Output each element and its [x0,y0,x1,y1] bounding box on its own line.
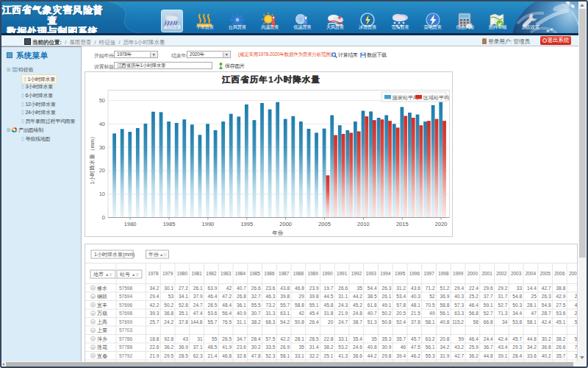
svg-text:35.4: 35.4 [353,336,362,342]
svg-text:+: + [92,311,95,316]
svg-text:30: 30 [575,353,578,358]
svg-text:22.4: 22.4 [469,286,478,291]
svg-text:20.8: 20.8 [440,336,450,342]
svg-text:45.2: 45.2 [353,302,362,308]
svg-text:24.6: 24.6 [353,344,362,350]
svg-text:56.8: 56.8 [469,311,478,316]
svg-text:2006: 2006 [554,271,565,276]
svg-text:30.7: 30.7 [251,311,261,316]
svg-text:57792: 57792 [119,353,132,358]
svg-text:58.1: 58.1 [280,353,290,358]
svg-text:46.3: 46.3 [266,294,276,299]
svg-text:36.8: 36.8 [164,311,173,316]
svg-text:39.8: 39.8 [309,294,319,299]
svg-text:+: + [92,294,95,299]
svg-text:2000: 2000 [467,271,478,276]
svg-text:修水: 修水 [97,286,107,291]
svg-text:20.5: 20.5 [396,311,406,316]
svg-text:31.3: 31.3 [266,311,276,316]
svg-text:34.7: 34.7 [237,336,246,342]
svg-text:37.7: 37.7 [484,294,493,299]
svg-text:40.3: 40.3 [454,294,464,299]
svg-text:59: 59 [459,336,465,342]
svg-text:40.8: 40.8 [368,344,377,350]
svg-text:28.5: 28.5 [179,353,188,358]
svg-text:20: 20 [328,319,334,325]
svg-text:34.2: 34.2 [150,286,159,291]
svg-text:57694: 57694 [119,294,132,299]
svg-text:50: 50 [99,97,105,104]
svg-text:+: + [92,345,95,350]
svg-text:40.7: 40.7 [368,311,377,316]
svg-text:21.9: 21.9 [338,311,348,316]
svg-text:+: + [92,336,95,341]
svg-text:46.8: 46.8 [295,286,304,291]
svg-text:33: 33 [517,286,523,291]
svg-text:57703: 57703 [119,328,132,333]
svg-text:+: + [92,319,95,324]
svg-text:站号: 站号 [120,272,130,277]
svg-text:53.2: 53.2 [338,344,348,350]
svg-text:35: 35 [357,286,363,291]
svg-text:36.9: 36.9 [179,344,188,350]
svg-text:26.1: 26.1 [382,294,392,299]
svg-text:萍乡: 萍乡 [97,336,107,342]
svg-text:1981: 1981 [191,271,202,276]
svg-text:46.4: 46.4 [208,294,218,299]
svg-text:33.1: 33.1 [338,336,348,342]
svg-text:42.2: 42.2 [150,302,159,308]
svg-text:46.4: 46.4 [469,336,478,342]
svg-text:1990: 1990 [202,221,215,227]
svg-text:43.8: 43.8 [280,286,290,291]
svg-text:31.8: 31.8 [324,311,334,316]
svg-text:35.7: 35.7 [396,336,406,342]
svg-text:22.8: 22.8 [324,336,334,342]
svg-text:39.4: 39.4 [396,353,406,358]
svg-text:14.4: 14.4 [527,286,537,291]
svg-text:51.2: 51.2 [440,286,450,291]
svg-text:28.1: 28.1 [527,302,537,308]
svg-text:1990: 1990 [322,271,333,276]
svg-text:+: + [92,353,95,358]
svg-text:52: 52 [429,294,435,299]
svg-text:27.2: 27.2 [179,286,188,291]
svg-text:2015: 2015 [396,221,409,227]
svg-text:57.5: 57.5 [266,336,276,342]
svg-text:71.3: 71.3 [498,311,508,316]
svg-text:44.8: 44.8 [484,353,493,358]
svg-text:63.3: 63.3 [454,311,464,316]
svg-text:1983: 1983 [220,271,232,276]
svg-text:36.2: 36.2 [164,344,173,350]
svg-text:54.4: 54.4 [368,286,377,291]
svg-text:45.1: 45.1 [556,319,566,325]
svg-text:34: 34 [502,319,508,325]
svg-text:39.3: 39.3 [150,311,159,316]
svg-text:24.2: 24.2 [164,319,173,325]
svg-text:26.5: 26.5 [222,336,232,342]
svg-text:37.1: 37.1 [193,344,203,350]
svg-text:1988: 1988 [293,271,304,276]
svg-text:41.9: 41.9 [222,344,232,350]
svg-text:76.5: 76.5 [222,319,232,325]
svg-text:21.9: 21.9 [150,353,159,358]
svg-text:33.5: 33.5 [266,344,276,350]
svg-text:38.2: 38.2 [556,336,566,342]
svg-text:56.1: 56.1 [440,311,450,316]
svg-text:31.2: 31.2 [396,286,406,291]
svg-text:29.6: 29.6 [484,286,493,291]
svg-text:48.1: 48.1 [411,302,420,308]
svg-text:年份: 年份 [272,230,284,236]
svg-text:49: 49 [429,311,435,316]
svg-text:29.2: 29.2 [498,286,508,291]
svg-text:42: 42 [299,311,305,316]
svg-text:58.8: 58.8 [295,302,304,308]
svg-text:46: 46 [401,344,406,350]
svg-text:46.4: 46.4 [469,302,478,308]
svg-text:万载: 万载 [97,311,107,316]
svg-text:30.2: 30.2 [251,344,261,350]
svg-text:31.7: 31.7 [498,294,508,299]
svg-text:34.4: 34.4 [512,311,522,316]
svg-text:47.5: 47.5 [411,344,420,350]
svg-text:2010: 2010 [357,221,370,227]
svg-text:61.8: 61.8 [368,302,377,308]
